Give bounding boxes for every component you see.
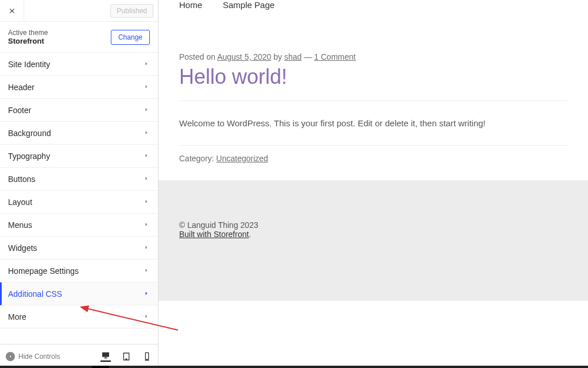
menu-item-label: Homepage Settings: [8, 266, 79, 276]
hide-controls-label: Hide Controls: [18, 352, 60, 361]
menu-item-label: Header: [8, 83, 34, 92]
chevron-right-icon: [143, 312, 150, 321]
device-mobile-button[interactable]: [142, 351, 152, 362]
chevron-right-icon: [143, 129, 150, 138]
menu-item-footer[interactable]: Footer: [0, 99, 158, 122]
menu-item-label: Typography: [8, 152, 50, 161]
menu-item-buttons[interactable]: Buttons: [0, 168, 158, 191]
post-meta: Posted on August 5, 2020 by shad — 1 Com…: [179, 52, 567, 61]
nav-link-sample[interactable]: Sample Page: [223, 0, 274, 10]
theme-labels: Active theme Storefront: [8, 29, 48, 45]
preview-pane: Home Sample Page Posted on August 5, 202…: [158, 0, 588, 368]
category-link[interactable]: Uncategorized: [216, 154, 268, 163]
divider: [179, 100, 567, 101]
tablet-icon: [122, 352, 131, 361]
device-tablet-button[interactable]: [121, 351, 131, 362]
close-icon: [8, 7, 16, 15]
by-label: by: [271, 52, 284, 61]
post-body: Welcome to WordPress. This is your first…: [179, 118, 567, 128]
customizer-sidebar: Published Active theme Storefront Change…: [0, 0, 158, 368]
menu-item-additional-css[interactable]: Additional CSS: [0, 282, 158, 305]
published-badge: Published: [110, 4, 153, 18]
mobile-icon: [142, 352, 152, 361]
device-desktop-button[interactable]: [100, 351, 111, 362]
sidebar-top-bar: Published: [0, 0, 158, 22]
chevron-right-icon: [143, 152, 150, 161]
menu-item-label: More: [8, 312, 26, 321]
menu-item-label: Widgets: [8, 243, 37, 253]
chevron-right-icon: [143, 106, 150, 115]
bottom-bar: [0, 366, 588, 368]
footer-builtwith-row: Built with Storefront.: [179, 230, 567, 239]
change-theme-button[interactable]: Change: [111, 30, 150, 45]
menu-item-typography[interactable]: Typography: [0, 145, 158, 168]
active-theme-label: Active theme: [8, 29, 48, 37]
menu-item-widgets[interactable]: Widgets: [0, 237, 158, 259]
post-author-link[interactable]: shad: [284, 52, 301, 61]
menu-item-label: Background: [8, 129, 51, 138]
menu-list: Site IdentityHeaderFooterBackgroundTypog…: [0, 53, 158, 344]
divider: [179, 145, 567, 146]
menu-item-label: Site Identity: [8, 60, 50, 69]
chevron-right-icon: [143, 289, 150, 299]
menu-item-label: Additional CSS: [8, 289, 62, 299]
menu-item-menus[interactable]: Menus: [0, 214, 158, 237]
site-footer: © Languid Thing 2023 Built with Storefro…: [158, 180, 588, 301]
menu-item-site-identity[interactable]: Site Identity: [0, 53, 158, 76]
close-button[interactable]: [0, 0, 24, 22]
menu-item-layout[interactable]: Layout: [0, 191, 158, 214]
chevron-right-icon: [143, 266, 150, 276]
active-theme-row: Active theme Storefront Change: [0, 22, 158, 53]
desktop-icon: [101, 351, 110, 360]
theme-name: Storefront: [8, 37, 48, 45]
nav-link-home[interactable]: Home: [179, 0, 202, 10]
menu-item-more[interactable]: More: [0, 305, 158, 328]
menu-item-homepage-settings[interactable]: Homepage Settings: [0, 259, 158, 282]
menu-item-label: Menus: [8, 220, 32, 230]
sidebar-footer: Hide Controls: [0, 344, 158, 368]
post-content: Posted on August 5, 2020 by shad — 1 Com…: [158, 18, 588, 180]
footer-copyright: © Languid Thing 2023: [179, 220, 567, 230]
post-date-link[interactable]: August 5, 2020: [217, 52, 271, 61]
post-title[interactable]: Hello world!: [179, 65, 567, 89]
chevron-right-icon: [143, 243, 150, 253]
menu-item-label: Buttons: [8, 175, 35, 184]
chevron-right-icon: [143, 220, 150, 230]
collapse-icon: [6, 352, 15, 361]
hide-controls-button[interactable]: Hide Controls: [6, 352, 60, 361]
post-category: Category: Uncategorized: [179, 154, 567, 163]
chevron-right-icon: [143, 60, 150, 69]
menu-item-label: Footer: [8, 106, 31, 115]
meta-dash: —: [301, 52, 314, 61]
device-switcher: [100, 351, 152, 362]
chevron-right-icon: [143, 83, 150, 92]
footer-builtwith-link[interactable]: Built with Storefront: [179, 230, 249, 239]
posted-on-label: Posted on: [179, 52, 217, 61]
menu-item-background[interactable]: Background: [0, 122, 158, 145]
chevron-right-icon: [143, 197, 150, 207]
menu-item-label: Layout: [8, 197, 32, 207]
footer-dot: .: [249, 230, 251, 239]
menu-item-header[interactable]: Header: [0, 76, 158, 99]
post-comments-link[interactable]: 1 Comment: [314, 52, 355, 61]
site-nav: Home Sample Page: [158, 0, 588, 18]
category-label: Category:: [179, 154, 216, 163]
chevron-right-icon: [143, 175, 150, 184]
